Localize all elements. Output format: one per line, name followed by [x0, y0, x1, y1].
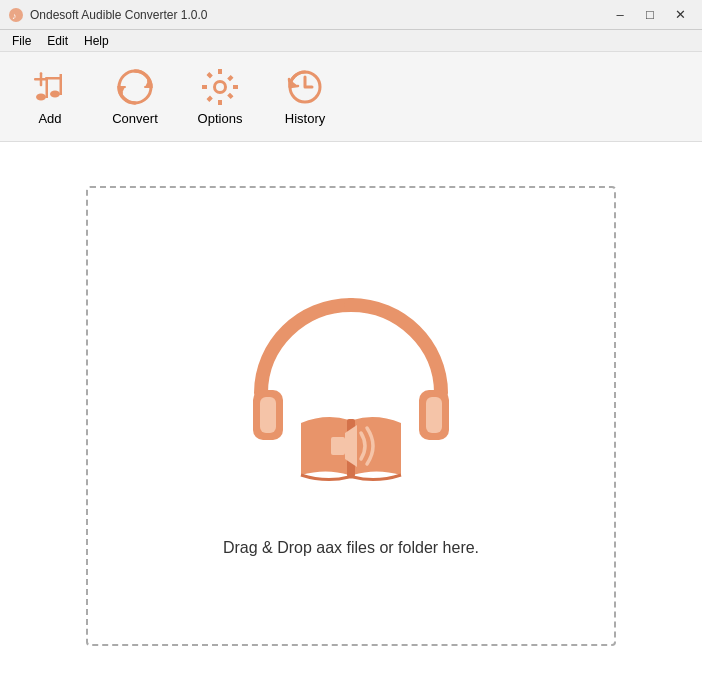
menu-help[interactable]: Help [76, 32, 117, 50]
svg-text:♪: ♪ [12, 11, 17, 21]
options-label: Options [198, 111, 243, 126]
minimize-button[interactable]: – [606, 5, 634, 25]
title-bar-controls: – □ ✕ [606, 5, 694, 25]
svg-rect-16 [331, 437, 345, 455]
svg-rect-14 [426, 397, 442, 433]
svg-point-3 [50, 91, 60, 98]
add-button[interactable]: Add [10, 58, 90, 136]
app-title: Ondesoft Audible Converter 1.0.0 [30, 8, 207, 22]
options-button[interactable]: Options [180, 58, 260, 136]
drop-zone-icon [231, 275, 471, 519]
history-button[interactable]: History [265, 58, 345, 136]
svg-rect-12 [260, 397, 276, 433]
add-icon [30, 67, 70, 107]
convert-icon [115, 67, 155, 107]
menu-edit[interactable]: Edit [39, 32, 76, 50]
add-label: Add [38, 111, 61, 126]
options-icon [200, 67, 240, 107]
history-label: History [285, 111, 325, 126]
main-content: Drag & Drop aax files or folder here. [0, 142, 702, 689]
app-icon: ♪ [8, 7, 24, 23]
menu-bar: File Edit Help [0, 30, 702, 52]
svg-point-2 [36, 94, 46, 101]
convert-label: Convert [112, 111, 158, 126]
maximize-button[interactable]: □ [636, 5, 664, 25]
title-bar: ♪ Ondesoft Audible Converter 1.0.0 – □ ✕ [0, 0, 702, 30]
convert-button[interactable]: Convert [95, 58, 175, 136]
svg-rect-8 [40, 72, 43, 86]
title-bar-left: ♪ Ondesoft Audible Converter 1.0.0 [8, 7, 207, 23]
menu-file[interactable]: File [4, 32, 39, 50]
close-button[interactable]: ✕ [666, 5, 694, 25]
history-icon [285, 67, 325, 107]
drop-zone-text: Drag & Drop aax files or folder here. [223, 539, 479, 557]
drop-zone[interactable]: Drag & Drop aax files or folder here. [86, 186, 616, 646]
toolbar: Add Convert Options [0, 52, 702, 142]
